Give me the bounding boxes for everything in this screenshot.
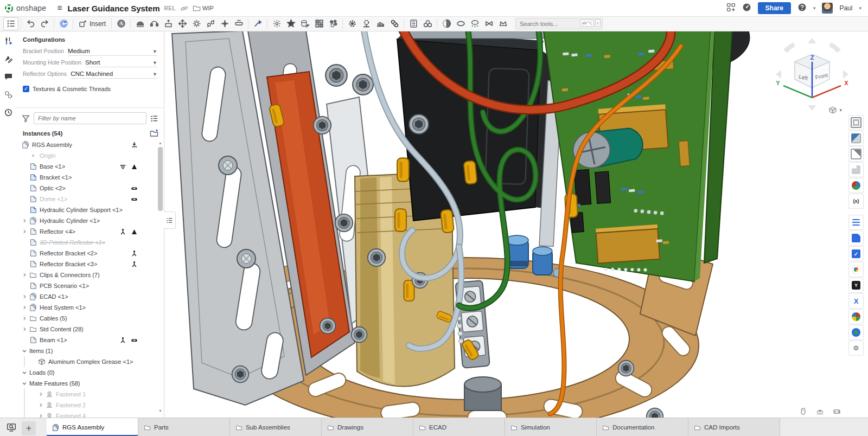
workspace-folder-icon[interactable]: WIP xyxy=(193,4,214,12)
expand-chevron-icon[interactable] xyxy=(38,402,43,408)
textures-checkbox-row[interactable]: ✓ Textures & Cosmetic Threads xyxy=(23,86,157,92)
tab-cad-imports[interactable]: CAD Imports xyxy=(688,418,780,436)
expand-chevron-icon[interactable] xyxy=(22,272,27,278)
collapse-chevron-icon[interactable] xyxy=(22,381,27,386)
interference-check-icon[interactable] xyxy=(420,18,435,30)
x-app-icon[interactable]: X xyxy=(848,293,864,309)
collapse-chevron-icon[interactable] xyxy=(22,348,27,354)
help-icon[interactable] xyxy=(797,3,807,14)
versions-icon[interactable] xyxy=(4,90,13,99)
replicate-icon[interactable] xyxy=(298,18,312,30)
tab-rgs-assembly[interactable]: RGS Assembly xyxy=(47,418,138,436)
scrollbar-up-arrow[interactable]: ▲ xyxy=(158,140,163,146)
tree-item-cables[interactable]: Cables (5) xyxy=(16,313,164,324)
display-states-icon[interactable] xyxy=(496,18,510,30)
view-options-caret-icon[interactable]: ▾ xyxy=(839,107,842,113)
share-button[interactable]: Share xyxy=(758,2,791,14)
config-row-mounting-hole[interactable]: Mounting Hole Position Short ▼ xyxy=(23,59,157,70)
gear-cluster-icon[interactable] xyxy=(326,18,340,30)
tree-item-fastened-4[interactable]: Fastened 4 xyxy=(24,411,164,418)
expand-chevron-icon[interactable] xyxy=(22,294,27,299)
tab-simulation[interactable]: Simulation xyxy=(505,418,597,436)
tree-item-heat-system[interactable]: Heat System <1> xyxy=(16,302,164,313)
chevron-down-icon[interactable]: ▼ xyxy=(152,60,157,66)
snap-mode-icon[interactable] xyxy=(251,18,265,30)
planner-app-icon[interactable]: ✓ xyxy=(848,246,864,261)
circle-suite-app-icon[interactable] xyxy=(848,262,864,277)
linear-mate-icon[interactable] xyxy=(218,18,232,30)
tree-item-reflector-bracket-3[interactable]: Reflector Bracket <3> xyxy=(16,259,164,270)
create-folder-icon[interactable] xyxy=(150,129,158,138)
sync-icon[interactable] xyxy=(56,18,71,30)
expand-chevron-icon[interactable] xyxy=(22,218,27,223)
tab-parts[interactable]: Parts xyxy=(138,418,230,436)
pie-suite-app-icon[interactable] xyxy=(848,309,864,324)
target-app-icon[interactable] xyxy=(848,325,864,340)
expand-chevron-icon[interactable] xyxy=(38,413,43,418)
checkbox-checked-icon[interactable]: ✓ xyxy=(23,86,29,92)
tree-item-base[interactable]: Base <1> xyxy=(16,161,164,172)
tree-item-origin[interactable]: Origin xyxy=(16,150,164,161)
list-view-icon[interactable] xyxy=(150,114,158,123)
revert-history-icon[interactable] xyxy=(114,18,128,30)
tab-sub-assemblies[interactable]: Sub Assemblies xyxy=(230,418,322,436)
chevron-down-icon[interactable]: ▼ xyxy=(152,49,157,54)
cad-cube-app-icon[interactable] xyxy=(848,131,864,146)
tree-item-rgs-assembly[interactable]: RGS Assembly xyxy=(16,139,164,150)
named-positions-icon[interactable] xyxy=(482,18,496,30)
tree-item-3d-printed-reflector[interactable]: 3D Printed Reflector <1> xyxy=(16,237,164,248)
scrollbar-down-arrow[interactable]: ▼ xyxy=(158,408,163,414)
panel-flyout-handle[interactable] xyxy=(164,211,176,229)
tree-item-hydraulic-cylinder-support[interactable]: Hydraulic Cylinder Support <1> xyxy=(16,204,164,215)
planar-mate-icon[interactable] xyxy=(161,18,175,30)
section-view-icon[interactable] xyxy=(439,18,454,30)
tree-section-loads[interactable]: Loads (0) xyxy=(16,367,164,378)
expand-chevron-icon[interactable] xyxy=(38,392,43,397)
edit-cube-app-icon[interactable] xyxy=(848,146,864,162)
sliders-app-icon[interactable] xyxy=(848,215,864,230)
explode-icon[interactable] xyxy=(270,18,284,30)
tree-section-items[interactable]: Items (1) xyxy=(16,345,164,356)
feature-list-toggle-icon[interactable] xyxy=(3,17,18,30)
tree-item-clips-connectors[interactable]: Clips & Connectors (7) xyxy=(16,270,164,280)
redo-icon[interactable] xyxy=(37,18,52,30)
expand-chevron-icon[interactable] xyxy=(22,326,27,332)
revolute-mate-icon[interactable] xyxy=(147,18,161,30)
filter-funnel-icon[interactable] xyxy=(22,114,30,123)
spacemouse-icon[interactable] xyxy=(816,407,824,415)
document-app-icon[interactable] xyxy=(848,230,864,246)
pin-slot-mate-icon[interactable] xyxy=(232,18,246,30)
globe-app-icon[interactable] xyxy=(848,178,864,193)
tree-item-beam[interactable]: Beam <1> xyxy=(16,335,164,345)
view-cube[interactable]: Left Front Z Y X xyxy=(771,34,853,115)
search-tools[interactable]: alt/⌥ c xyxy=(515,18,603,29)
variables-app-icon[interactable]: (x) xyxy=(848,194,864,209)
appearance-editor-icon[interactable] xyxy=(4,54,13,63)
tree-item-aluminum-grease[interactable]: Aluminum Complex Grease <1> xyxy=(24,356,164,367)
link-icon[interactable] xyxy=(180,4,188,12)
tree-item-reflector[interactable]: Reflector <4> xyxy=(16,226,164,237)
gear-relation-icon[interactable] xyxy=(345,18,359,30)
undo-icon[interactable] xyxy=(23,18,37,30)
unity-app-icon[interactable]: Y xyxy=(848,278,864,293)
filter-input[interactable] xyxy=(34,112,146,124)
apps-grid-icon[interactable] xyxy=(726,3,736,14)
feature-star-icon[interactable] xyxy=(284,18,298,30)
tree-item-fastened-1[interactable]: Fastened 1 xyxy=(24,389,164,400)
tree-item-ecad[interactable]: ECAD <1> xyxy=(16,291,164,302)
new-tab-button[interactable]: + xyxy=(22,421,36,435)
mouse-settings-icon[interactable] xyxy=(799,407,807,415)
slider-mate-icon[interactable] xyxy=(175,18,189,30)
tree-item-fastened-2[interactable]: Fastened 2 xyxy=(24,400,164,411)
comments-icon[interactable] xyxy=(4,72,13,81)
insert-button[interactable]: Insert xyxy=(75,20,109,28)
ball-mate-icon[interactable] xyxy=(189,18,203,30)
help-caret-icon[interactable]: ▾ xyxy=(813,5,816,11)
config-row-bracket-position[interactable]: Bracket Position Medium ▼ xyxy=(23,48,157,59)
configurations-panel-icon[interactable] xyxy=(4,36,13,46)
tab-drawings[interactable]: Drawings xyxy=(322,418,413,436)
user-menu-caret-icon[interactable]: ▾ xyxy=(859,5,861,11)
tree-item-hydraulic-cylinder[interactable]: Hydraulic Cylinder <1> xyxy=(16,215,164,226)
sheet-block-app-icon[interactable] xyxy=(848,162,864,177)
tree-item-std-content[interactable]: Std Content (28) xyxy=(16,324,164,335)
